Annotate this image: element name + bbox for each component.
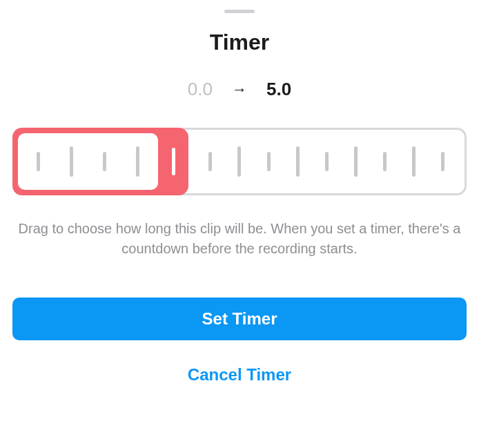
timer-sheet: Timer 0.0 → 5.0 xyxy=(0,0,479,448)
drag-handle-icon xyxy=(172,148,175,175)
time-start-value: 0.0 xyxy=(188,79,213,100)
slider-tick xyxy=(412,146,416,177)
slider-tick xyxy=(208,152,212,171)
slider-tick xyxy=(441,152,444,171)
help-text: Drag to choose how long this clip will b… xyxy=(12,219,467,259)
slider-tick xyxy=(354,146,358,177)
time-end-value: 5.0 xyxy=(266,79,291,100)
slider-tick xyxy=(37,152,40,171)
slider-tick xyxy=(267,152,271,171)
slider-tick xyxy=(103,152,106,171)
arrow-right-icon: → xyxy=(232,81,247,99)
slider-tick xyxy=(70,146,73,177)
slider-tick xyxy=(383,152,387,171)
slider-tick xyxy=(296,146,300,177)
cancel-timer-button[interactable]: Cancel Timer xyxy=(177,360,302,390)
sheet-grabber[interactable] xyxy=(224,10,255,13)
slider-tick xyxy=(136,146,139,177)
slider-selection[interactable] xyxy=(12,128,188,195)
duration-slider[interactable] xyxy=(12,128,467,195)
slider-tick xyxy=(237,146,241,177)
slider-tick xyxy=(325,152,329,171)
sheet-title: Timer xyxy=(210,30,270,55)
set-timer-button[interactable]: Set Timer xyxy=(12,298,467,340)
time-range-display: 0.0 → 5.0 xyxy=(188,79,291,100)
slider-drag-handle[interactable] xyxy=(158,128,188,195)
selection-inner xyxy=(18,133,158,190)
